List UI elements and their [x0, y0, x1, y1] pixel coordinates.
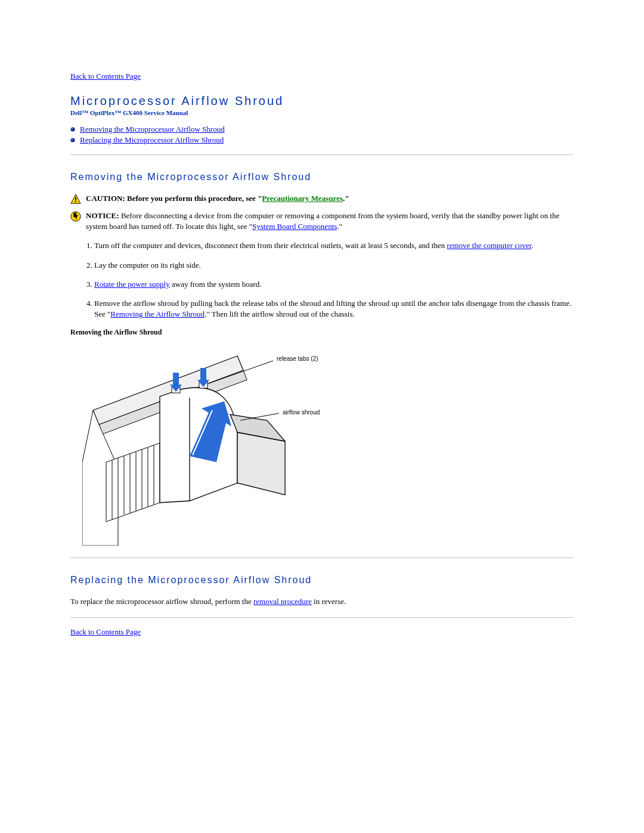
back-link-top[interactable]: Back to Contents Page [70, 72, 574, 81]
system-board-components-link[interactable]: System Board Components [252, 222, 337, 231]
notice-icon [70, 211, 81, 222]
toc-link-replace[interactable]: Replacing the Microprocessor Airflow Shr… [80, 135, 224, 145]
caution-prefix: CAUTION: Before you perform this procedu… [86, 194, 262, 203]
caution-icon [70, 194, 81, 205]
label-release-tabs: release tabs (2) [277, 355, 318, 362]
back-link-bottom[interactable]: Back to Contents Page [70, 627, 574, 637]
notice-text: NOTICE: Before disconnecting a device fr… [86, 210, 574, 232]
bullet-icon [70, 138, 75, 143]
label-airflow-shroud: airflow shroud [283, 409, 320, 416]
replace-text-a: To replace the microprocessor airflow sh… [70, 597, 253, 606]
removal-procedure-link[interactable]: removal procedure [253, 597, 312, 606]
replace-text-b: in reverse. [312, 597, 346, 606]
notice-text-b: ." [337, 222, 342, 231]
step-4b: ." Then lift the airflow shroud out of t… [205, 309, 355, 318]
svg-rect-5 [75, 197, 76, 200]
precautionary-measures-link[interactable]: Precautionary Measures [262, 194, 343, 203]
svg-rect-6 [75, 201, 76, 202]
toc-item: Removing the Microprocessor Airflow Shro… [70, 125, 574, 134]
divider [70, 154, 574, 155]
page-container: Back to Contents Page Microprocessor Air… [0, 0, 644, 833]
step-3: Rotate the power supply away from the sy… [94, 279, 574, 290]
remove-cover-link[interactable]: remove the computer cover [447, 241, 531, 250]
toc-item: Replacing the Microprocessor Airflow Shr… [70, 135, 574, 145]
notice-row: NOTICE: Before disconnecting a device fr… [70, 210, 574, 232]
step-1: Turn off the computer and devices, disco… [94, 240, 574, 251]
back-to-contents-link-top[interactable]: Back to Contents Page [70, 72, 141, 80]
svg-point-3 [72, 139, 73, 140]
svg-point-0 [70, 127, 75, 131]
svg-point-1 [72, 128, 73, 129]
divider [70, 617, 574, 618]
section-heading-remove: Removing the Microprocessor Airflow Shro… [70, 172, 574, 182]
bullet-icon [70, 127, 75, 132]
caution-text: CAUTION: Before you perform this procedu… [86, 193, 574, 204]
rotate-power-supply-link[interactable]: Rotate the power supply [94, 280, 170, 289]
figure-caption: Removing the Airflow Shroud [70, 328, 574, 337]
section-heading-replace: Replacing the Microprocessor Airflow Shr… [70, 575, 574, 586]
step-4: Remove the airflow shroud by pulling bac… [94, 298, 574, 320]
svg-point-2 [70, 138, 75, 142]
removal-steps: Turn off the computer and devices, disco… [70, 240, 574, 320]
step-2: Lay the computer on its right side. [94, 260, 574, 271]
table-of-contents: Removing the Microprocessor Airflow Shro… [70, 125, 574, 145]
caution-suffix: ." [343, 194, 349, 203]
page-title: Microprocessor Airflow Shroud [70, 94, 574, 108]
notice-label: NOTICE: [86, 211, 119, 220]
airflow-shroud-figure: release tabs (2) airflow shroud [82, 343, 374, 546]
caution-row: CAUTION: Before you perform this procedu… [70, 193, 574, 205]
back-to-contents-link-bottom[interactable]: Back to Contents Page [70, 627, 141, 636]
removing-shroud-link[interactable]: Removing the Airflow Shroud [110, 309, 205, 318]
step-1b: . [531, 241, 533, 250]
toc-link-remove[interactable]: Removing the Microprocessor Airflow Shro… [80, 125, 225, 134]
step-1a: Turn off the computer and devices, disco… [94, 241, 447, 250]
step-3b: away from the system board. [170, 280, 262, 289]
replace-paragraph: To replace the microprocessor airflow sh… [70, 596, 574, 607]
divider [70, 558, 574, 558]
manual-subtitle: Dell™ OptiPlex™ GX400 Service Manual [70, 109, 574, 116]
figure-wrap: release tabs (2) airflow shroud [82, 343, 574, 546]
